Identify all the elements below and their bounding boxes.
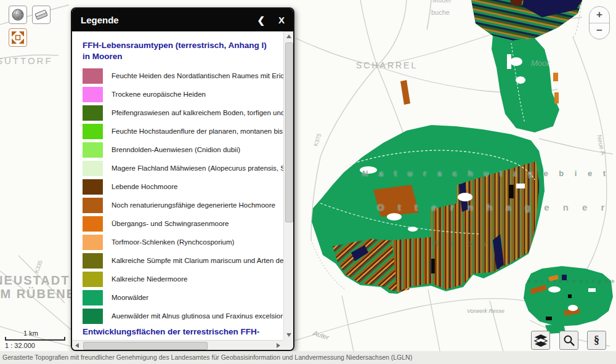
fullscreen-icon <box>10 30 25 45</box>
legend-color-swatch <box>83 161 103 176</box>
zoom-in-button[interactable]: + <box>590 7 609 23</box>
legend-item: Lebende Hochmoore <box>83 179 283 195</box>
scroll-up-arrow-icon[interactable] <box>286 34 291 38</box>
globe-icon <box>11 8 25 22</box>
legend-horizontal-scrollbar[interactable] <box>72 340 283 350</box>
legend-item: Torfmoor-Schlenken (Rynchcosporium) <box>83 234 283 250</box>
legend-color-swatch <box>83 68 103 84</box>
legend-back-button[interactable]: ❮ <box>257 15 265 26</box>
legend-color-swatch <box>83 272 103 287</box>
legend-item-list: Feuchte Heiden des Nordatlantischen Raum… <box>83 68 283 324</box>
legend-section-title-2: Entwicklungsflächen der terrestrischen F… <box>83 326 274 340</box>
legend-color-swatch <box>83 309 103 324</box>
legend-vertical-scrollbar[interactable] <box>283 31 293 340</box>
scrollbar-corner <box>283 340 293 350</box>
search-button[interactable] <box>559 331 578 350</box>
layers-icon <box>534 334 548 347</box>
vertical-scroll-thumb[interactable] <box>285 42 293 222</box>
legend-color-swatch <box>83 290 103 305</box>
globe-button[interactable] <box>9 6 27 24</box>
legend-item: Noch renaturierungsfähige degenerierte H… <box>83 197 283 213</box>
paragraph-icon: § <box>594 334 599 347</box>
legend-color-swatch <box>83 179 103 195</box>
legend-item-label: Torfmoor-Schlenken (Rynchcosporium) <box>111 238 234 246</box>
legend-item-label: Kalkreiche Niedermoore <box>111 275 187 283</box>
legend-item: Feuchte Heiden des Nordatlantischen Raum… <box>83 68 283 84</box>
legend-item: Übergangs- und Schwingrasenmoore <box>83 216 283 232</box>
scale-bar: 1 km 1 : 32.000 <box>5 330 65 349</box>
legend-color-swatch <box>83 216 103 232</box>
legend-item-label: Magere Flachland Mähwiesen (Alopecurus p… <box>111 164 283 172</box>
legend-item-label: Trockene europäische Heiden <box>111 91 206 98</box>
zoom-out-button[interactable]: − <box>590 23 609 39</box>
scroll-left-arrow-icon[interactable] <box>75 343 79 348</box>
legend-item-label: Auenwälder mit Alnus glutinosa und Fraxi… <box>111 312 283 320</box>
legend-content: FFH-Lebensraumtypen (terrestrisch, Anhan… <box>72 31 283 340</box>
zoom-control: + − <box>589 6 610 39</box>
legend-color-swatch <box>83 105 103 121</box>
scale-distance-label: 1 km <box>23 330 65 337</box>
legend-title: Legende <box>81 15 243 25</box>
legend-item-label: Feuchte Hochstaudenflure der planaren, m… <box>111 127 283 135</box>
map-application: SUTTORF SCHARREL NEUSTADT AM RÜBENBERGE … <box>0 0 616 364</box>
legend-panel: Legende ❮ X FFH-Lebensraumtypen (terrest… <box>71 7 294 351</box>
legend-header: Legende ❮ X <box>72 9 293 31</box>
horizontal-scroll-thumb[interactable] <box>83 342 208 350</box>
habitat-overlay <box>312 0 613 334</box>
legend-item-label: Noch renaturierungsfähige degenerierte H… <box>111 201 275 209</box>
legend-item-label: Lebende Hochmoore <box>111 183 177 190</box>
scroll-right-arrow-icon[interactable] <box>277 343 280 348</box>
legend-close-button[interactable]: X <box>278 15 285 25</box>
legend-item: Auenwälder mit Alnus glutinosa und Fraxi… <box>83 308 283 324</box>
legal-paragraph-button[interactable]: § <box>587 331 606 350</box>
legend-color-swatch <box>83 142 103 158</box>
legend-item: Moorwälder <box>83 289 283 305</box>
legend-color-swatch <box>83 87 103 102</box>
fullscreen-button[interactable] <box>9 28 27 47</box>
scale-ratio-label: 1 : 32.000 <box>5 342 65 349</box>
legend-item-label: Moorwälder <box>111 294 148 301</box>
legend-color-swatch <box>83 253 103 269</box>
legend-item: Kalkreiche Sümpfe mit Clarium mariscum u… <box>83 253 283 269</box>
layers-button[interactable] <box>531 331 550 350</box>
legend-item: Feuchte Hochstaudenflure der planaren, m… <box>83 123 283 139</box>
legend-color-swatch <box>83 235 103 250</box>
eraser-button[interactable] <box>32 6 51 24</box>
legend-item: Trockene europäische Heiden <box>83 86 283 102</box>
legend-item-label: Übergangs- und Schwingrasenmoore <box>111 220 229 227</box>
legend-item: Brenndolden-Auenwiesen (Cnidion dubii) <box>83 142 283 158</box>
legend-item-label: Feuchte Heiden des Nordatlantischen Raum… <box>111 72 283 79</box>
legend-item-label: Kalkreiche Sümpfe mit Clarium mariscum u… <box>111 257 283 264</box>
legend-item: Pfeifengraswiesen auf kalkreichem Boden,… <box>83 105 283 121</box>
attribution-bar: Gerasterte Topografien mit freundlicher … <box>0 351 616 364</box>
scale-bar-line <box>5 337 65 341</box>
legend-color-swatch <box>83 124 103 139</box>
legend-item: Kalkreiche Niedermoore <box>83 271 283 287</box>
legend-item: Magere Flachland Mähwiesen (Alopecurus p… <box>83 160 283 176</box>
scroll-down-arrow-icon[interactable] <box>286 333 291 337</box>
legend-item-label: Pfeifengraswiesen auf kalkreichem Boden,… <box>111 109 283 116</box>
legend-color-swatch <box>83 198 103 213</box>
legend-section-title-1: FFH-Lebensraumtypen (terrestrisch, Anhan… <box>83 40 274 62</box>
legend-item-label: Brenndolden-Auenwiesen (Cnidion dubii) <box>111 146 240 153</box>
magnifier-icon <box>563 334 575 347</box>
eraser-icon <box>34 9 49 21</box>
